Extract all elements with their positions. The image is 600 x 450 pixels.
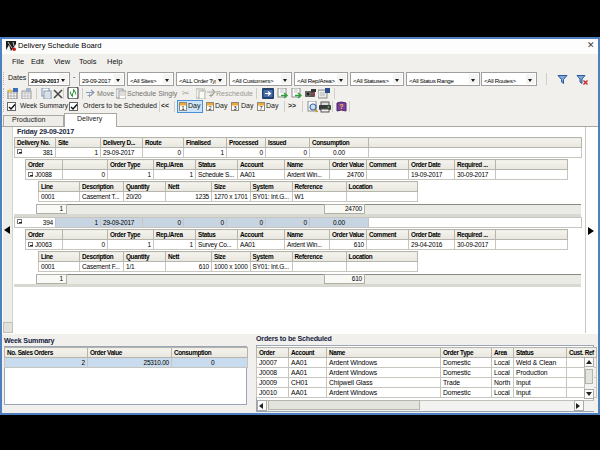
svg-text:7: 7 bbox=[259, 105, 262, 111]
svg-text:1: 1 bbox=[181, 105, 184, 111]
svg-text:2: 2 bbox=[208, 105, 211, 111]
svg-text:?: ? bbox=[339, 103, 343, 110]
svg-text:3: 3 bbox=[233, 105, 236, 111]
